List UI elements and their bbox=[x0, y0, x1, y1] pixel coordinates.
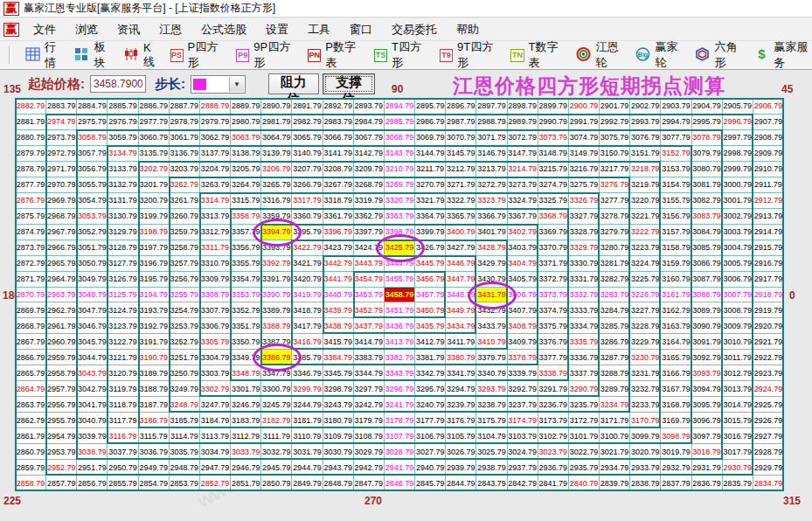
grid-cell[interactable]: 3005.79 bbox=[723, 256, 753, 272]
grid-cell[interactable]: 2877.79 bbox=[16, 177, 46, 193]
grid-cell[interactable]: 3141.79 bbox=[323, 146, 354, 162]
grid-cell[interactable]: 2934.79 bbox=[600, 460, 630, 476]
grid-cell[interactable]: 2925.79 bbox=[753, 397, 784, 413]
grid-cell[interactable]: 2871.79 bbox=[16, 272, 46, 288]
grid-cell[interactable]: 3259.79 bbox=[170, 225, 200, 240]
grid-cell[interactable]: 3098.79 bbox=[661, 428, 691, 444]
grid-cell[interactable]: 3148.79 bbox=[538, 146, 569, 162]
grid-cell[interactable]: 2928.79 bbox=[753, 444, 784, 460]
grid-cell[interactable]: 3105.79 bbox=[446, 428, 476, 444]
grid-cell[interactable]: 2916.79 bbox=[753, 256, 784, 272]
grid-cell[interactable]: 3180.79 bbox=[323, 413, 354, 428]
grid-cell[interactable]: 3183.79 bbox=[231, 413, 261, 428]
grid-cell[interactable]: 2904.79 bbox=[692, 99, 723, 115]
grid-cell[interactable]: 3392.79 bbox=[261, 256, 292, 272]
menu-item-1[interactable]: 浏览 bbox=[66, 20, 108, 38]
grid-cell[interactable]: 3155.79 bbox=[661, 193, 691, 209]
grid-cell[interactable]: 3185.79 bbox=[170, 413, 200, 428]
grid-cell[interactable]: 3419.79 bbox=[292, 288, 323, 303]
grid-cell[interactable]: 2944.79 bbox=[292, 460, 323, 476]
grid-cell[interactable]: 2999.79 bbox=[723, 162, 753, 177]
grid-cell[interactable]: 3176.79 bbox=[446, 413, 476, 428]
grid-cell[interactable]: 2850.79 bbox=[261, 476, 292, 491]
grid-cell[interactable]: 3158.79 bbox=[661, 240, 691, 256]
grid-cell[interactable]: 2913.79 bbox=[753, 209, 784, 225]
grid-cell[interactable]: 3256.79 bbox=[170, 272, 200, 288]
grid-cell[interactable]: 2894.79 bbox=[385, 99, 415, 115]
grid-cell[interactable]: 2860.79 bbox=[16, 444, 46, 460]
grid-cell[interactable]: 3414.79 bbox=[354, 334, 385, 350]
grid-cell[interactable]: 3186.79 bbox=[139, 413, 170, 428]
grid-cell[interactable]: 3003.79 bbox=[723, 225, 753, 240]
grid-cell[interactable]: 3001.79 bbox=[723, 193, 753, 209]
grid-cell[interactable]: 2867.79 bbox=[16, 334, 46, 350]
grid-cell[interactable]: 3107.79 bbox=[385, 428, 415, 444]
grid-cell[interactable]: 3287.79 bbox=[600, 350, 630, 365]
grid-cell[interactable]: 2847.79 bbox=[354, 476, 385, 491]
grid-cell[interactable]: 3080.79 bbox=[692, 162, 723, 177]
grid-cell[interactable]: 3154.79 bbox=[661, 177, 691, 193]
grid-cell[interactable]: 3167.79 bbox=[661, 381, 691, 397]
grid-cell[interactable]: 3370.79 bbox=[538, 240, 569, 256]
grid-cell[interactable]: 3442.79 bbox=[323, 256, 354, 272]
grid-cell[interactable]: 3272.79 bbox=[476, 177, 507, 193]
grid-cell[interactable]: 3226.79 bbox=[630, 288, 661, 303]
grid-cell[interactable]: 3432.79 bbox=[476, 302, 507, 318]
toolbar-item-7[interactable]: T99T四方形 bbox=[440, 39, 498, 71]
grid-cell[interactable]: 2899.79 bbox=[538, 99, 569, 115]
menu-item-9[interactable]: 帮助 bbox=[447, 20, 489, 38]
grid-cell[interactable]: 2961.79 bbox=[46, 318, 77, 334]
grid-cell[interactable]: 3384.79 bbox=[323, 350, 354, 365]
grid-cell[interactable]: 3195.79 bbox=[139, 272, 170, 288]
grid-cell[interactable]: 3143.79 bbox=[385, 146, 415, 162]
grid-cell[interactable]: 3084.79 bbox=[692, 225, 723, 240]
grid-cell[interactable]: 3212.79 bbox=[446, 162, 476, 177]
grid-cell[interactable]: 3436.79 bbox=[385, 318, 415, 334]
grid-cell[interactable]: 3229.79 bbox=[630, 334, 661, 350]
grid-cell[interactable]: 3338.79 bbox=[538, 365, 569, 381]
grid-cell[interactable]: 2965.79 bbox=[46, 256, 77, 272]
grid-cell[interactable]: 3199.79 bbox=[139, 209, 170, 225]
grid-cell[interactable]: 3118.79 bbox=[108, 397, 138, 413]
grid-cell[interactable]: 2985.79 bbox=[385, 115, 415, 130]
grid-cell[interactable]: 3064.79 bbox=[261, 130, 292, 146]
grid-cell[interactable]: 3200.79 bbox=[139, 193, 170, 209]
grid-cell[interactable]: 3047.79 bbox=[77, 302, 108, 318]
grid-cell[interactable]: 3036.79 bbox=[139, 444, 170, 460]
grid-cell[interactable]: 3161.79 bbox=[661, 288, 691, 303]
grid-cell[interactable]: 2955.79 bbox=[46, 413, 77, 428]
grid-cell[interactable]: 3224.79 bbox=[630, 256, 661, 272]
grid-cell[interactable]: 3410.79 bbox=[476, 334, 507, 350]
grid-cell[interactable]: 3412.79 bbox=[415, 334, 446, 350]
grid-cell[interactable]: 2921.79 bbox=[753, 334, 784, 350]
grid-cell[interactable]: 3264.79 bbox=[231, 177, 261, 193]
grid-cell[interactable]: 3408.79 bbox=[508, 318, 538, 334]
grid-cell[interactable]: 2885.79 bbox=[108, 99, 138, 115]
grid-cell[interactable]: 3372.79 bbox=[538, 272, 569, 288]
grid-cell[interactable]: 3127.79 bbox=[108, 256, 138, 272]
grid-cell[interactable]: 3367.79 bbox=[508, 209, 538, 225]
grid-cell[interactable]: 2977.79 bbox=[139, 115, 170, 130]
grid-cell[interactable]: 3396.79 bbox=[323, 225, 354, 240]
grid-cell[interactable]: 3221.79 bbox=[630, 209, 661, 225]
grid-cell[interactable]: 3110.79 bbox=[292, 428, 323, 444]
grid-cell[interactable]: 3042.79 bbox=[77, 381, 108, 397]
grid-cell[interactable]: 3014.79 bbox=[723, 397, 753, 413]
grid-cell[interactable]: 2950.79 bbox=[108, 460, 138, 476]
grid-cell[interactable]: 3337.79 bbox=[569, 365, 600, 381]
toolbar-item-1[interactable]: 板块 bbox=[74, 39, 111, 71]
toolbar-item-2[interactable]: K线 bbox=[124, 41, 158, 70]
grid-cell[interactable]: 2939.79 bbox=[446, 460, 476, 476]
toolbar-item-5[interactable]: PNP数字表 bbox=[308, 39, 362, 71]
grid-cell[interactable]: 3150.79 bbox=[600, 146, 630, 162]
grid-cell[interactable]: 2956.79 bbox=[46, 397, 77, 413]
grid-cell[interactable]: 3446.79 bbox=[446, 256, 476, 272]
grid-cell[interactable]: 3010.79 bbox=[723, 334, 753, 350]
grid-cell[interactable]: 2974.79 bbox=[46, 115, 77, 130]
grid-cell[interactable]: 2941.79 bbox=[385, 460, 415, 476]
grid-cell[interactable]: 3418.79 bbox=[292, 302, 323, 318]
grid-cell[interactable]: 3253.79 bbox=[170, 318, 200, 334]
grid-cell[interactable]: 3238.79 bbox=[476, 397, 507, 413]
grid-cell[interactable]: 3326.79 bbox=[569, 193, 600, 209]
grid-cell[interactable]: 2863.79 bbox=[16, 397, 46, 413]
